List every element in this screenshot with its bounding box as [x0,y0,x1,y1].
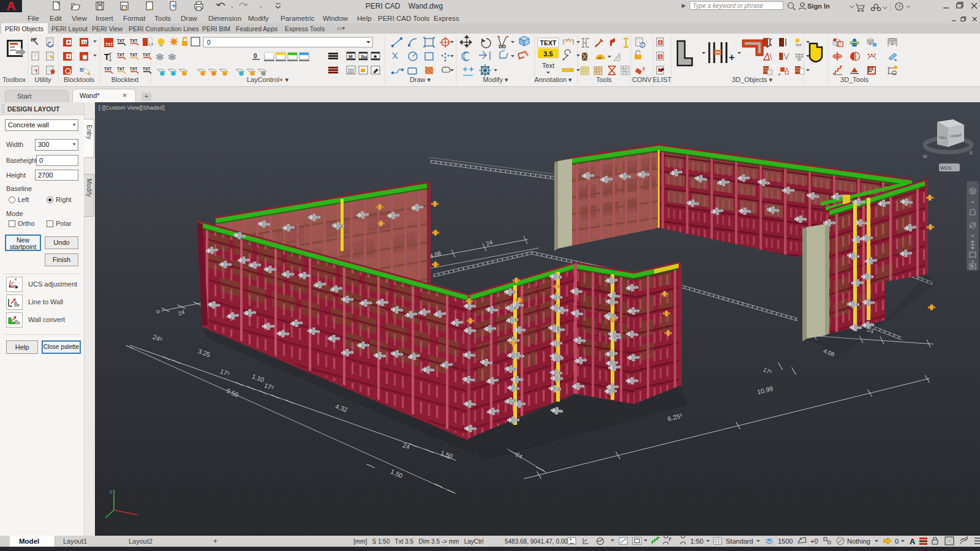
svg-text:TXT: TXT [130,39,137,43]
svg-text:3D_Tools: 3D_Tools [840,76,869,83]
svg-text:TXT: TXT [117,67,124,71]
svg-text:+0: +0 [810,538,818,545]
svg-text:3.5: 3.5 [543,50,552,58]
svg-text:+: + [729,52,734,62]
svg-text:TXT: TXT [143,67,150,71]
svg-text:W: W [923,154,927,159]
svg-text:S: S [659,54,662,59]
svg-text:TXT: TXT [796,43,801,47]
svg-text:3D_Objects ▾: 3D_Objects ▾ [732,76,773,83]
svg-text:WCS: WCS [940,165,952,171]
svg-text:Blocktools: Blocktools [64,76,95,83]
svg-text:10: 10 [797,58,801,61]
svg-text:TXT: TXT [130,67,137,71]
svg-text:TEXT: TEXT [540,39,557,47]
svg-text:A: A [910,537,916,546]
svg-text:?: ? [897,4,900,10]
svg-text:TXT: TXT [117,39,124,43]
svg-text:1500: 1500 [778,538,793,545]
svg-text:ELIST: ELIST [653,76,672,83]
svg-text:RF: RF [598,56,602,60]
svg-text:LayControl+ ▾: LayControl+ ▾ [247,76,289,83]
svg-text:Text: Text [542,62,554,69]
svg-text:Blocktext: Blocktext [111,76,139,83]
svg-text:T: T [35,69,38,74]
svg-text:1:50: 1:50 [690,538,703,545]
svg-text:Standard: Standard [726,538,753,545]
svg-text:0: 0 [895,538,899,545]
svg-text:S: S [970,151,973,155]
svg-text:Tools: Tools [596,76,612,83]
svg-text:B: B [80,67,84,73]
svg-text:Utility: Utility [35,76,51,83]
svg-text:TXT: TXT [82,41,89,45]
svg-text:Nothing: Nothing [847,538,870,545]
svg-text:E: E [659,40,662,45]
svg-text:CONV: CONV [632,76,652,83]
svg-text:0: 0 [207,39,211,46]
svg-text:TXT: TXT [143,53,150,57]
svg-text:Annotation ▾: Annotation ▾ [534,76,572,83]
svg-text:TXT: TXT [117,53,124,57]
svg-text:0: 0 [254,53,257,59]
svg-text:Draw ▾: Draw ▾ [410,76,431,83]
svg-text:TXT: TXT [105,42,113,47]
svg-text:Toolbox: Toolbox [2,76,26,83]
svg-text:[-][Custom View][Shaded]: [-][Custom View][Shaded] [99,104,165,111]
svg-text:Z: Z [110,489,113,495]
svg-text:Modify ▾: Modify ▾ [483,76,508,83]
svg-text:1:X: 1:X [149,42,154,46]
svg-text:TXT: TXT [130,53,137,57]
svg-text:TXT: TXT [104,67,111,71]
